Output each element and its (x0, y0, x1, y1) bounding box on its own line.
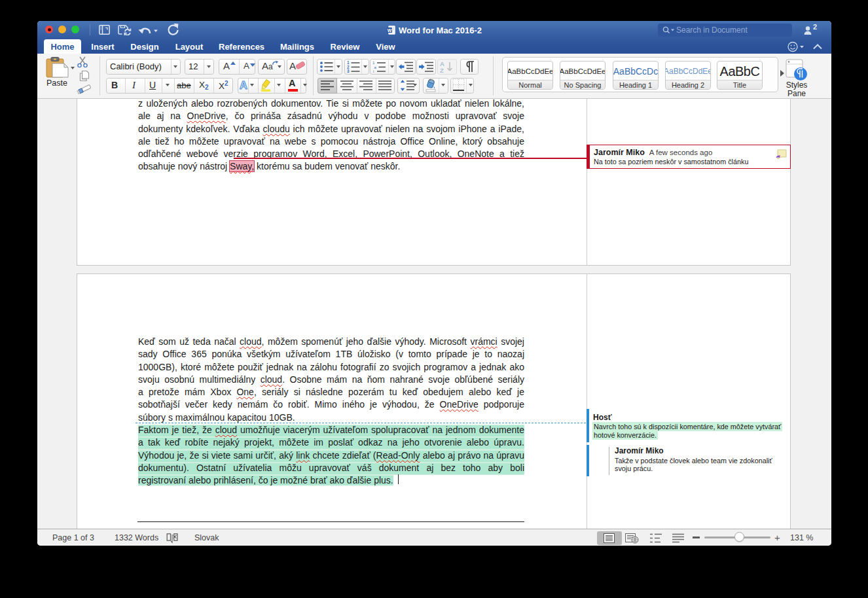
svg-text:3: 3 (347, 69, 350, 73)
svg-text:1: 1 (372, 61, 375, 65)
svg-text:W: W (388, 28, 392, 33)
svg-text:A: A (240, 79, 247, 91)
svg-text:2: 2 (813, 24, 817, 31)
svg-text:Z: Z (440, 67, 444, 73)
svg-text:i: i (373, 69, 374, 73)
svg-text:a: a (374, 65, 377, 69)
